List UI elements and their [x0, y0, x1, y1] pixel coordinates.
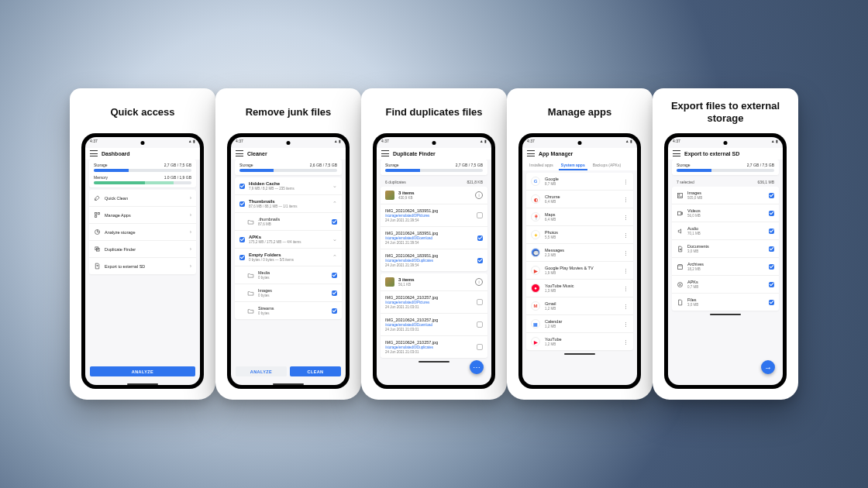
export-row[interactable]: Archives18,2 MB [672, 258, 779, 276]
dup-group-header[interactable]: 3 items430,9 KBi [381, 187, 487, 204]
dup-file[interactable]: IMG_20210624_210257.jpg/storage/emulated… [381, 291, 487, 314]
checkbox-icon[interactable] [769, 282, 774, 287]
app-row[interactable]: ✦Photos5,5 MB⋯ [526, 226, 633, 244]
tab-system[interactable]: System apps [559, 161, 587, 170]
group-thumbnails[interactable]: Thumbnails87,6 MB / 88,1 MB — 1/1 items⌃ [235, 195, 342, 213]
clean-button[interactable]: CLEAN [290, 366, 341, 376]
checkbox-icon[interactable] [769, 229, 774, 234]
dup-group-header[interactable]: 3 items56,1 KBi [381, 273, 487, 291]
group-empty-folders[interactable]: Empty Folders0 bytes / 0 bytes — 5/5 ite… [235, 249, 342, 266]
checkbox-icon[interactable] [332, 273, 337, 278]
checkbox-icon[interactable] [239, 201, 245, 207]
more-icon[interactable]: ⋯ [622, 304, 629, 309]
checkbox-icon[interactable] [769, 193, 774, 198]
phone-screen: 4:37▲ ▮ Export to external SD Storage2,7… [668, 137, 783, 385]
more-icon[interactable]: ⋯ [622, 215, 629, 220]
export-row[interactable]: Images505,0 MB [672, 187, 779, 204]
fab-button[interactable]: → [761, 360, 775, 374]
app-row[interactable]: 📍Maps6,4 MB⋯ [526, 208, 633, 226]
checkbox-icon[interactable] [239, 184, 245, 189]
checkbox-icon[interactable] [769, 300, 774, 305]
checkbox-icon[interactable] [477, 344, 483, 350]
analyze-button[interactable]: ANALYZE [90, 366, 195, 376]
item-thumbnails-child[interactable]: .thumbnails87,6 MB [235, 213, 342, 231]
analyze-button[interactable]: ANALYZE [236, 366, 287, 376]
app-row[interactable]: ▶YouTube1,2 MB⋯ [526, 333, 633, 350]
group-hidden-cache[interactable]: Hidden Cache7,9 MB / 8,2 MB — 235 items⌄ [235, 177, 342, 195]
checkbox-icon[interactable] [477, 212, 483, 218]
category-name: APKs [687, 280, 765, 284]
dup-file[interactable]: IMG_20210624_210257.jpg/storage/emulated… [381, 336, 487, 358]
app-row[interactable]: GGoogle8,7 MB⋯ [526, 173, 633, 191]
tab-backups[interactable]: Backups (APKs) [591, 161, 623, 170]
checkbox-icon[interactable] [332, 290, 337, 296]
dup-group-1: 3 items430,9 KBi IMG_20210624_183951.jpg… [381, 187, 487, 271]
app-row[interactable]: ◐Chrome6,4 MB⋯ [526, 191, 633, 208]
dup-file[interactable]: IMG_20210624_183951.jpg/storage/emulated… [381, 249, 487, 271]
item-duplicate-finder[interactable]: Duplicate Finder› [89, 241, 196, 258]
hamburger-icon[interactable] [673, 150, 680, 156]
item-analyze-storage[interactable]: Analyze storage› [89, 224, 196, 241]
checkbox-icon[interactable] [332, 308, 337, 314]
checkbox-icon[interactable] [477, 321, 483, 328]
item-export-sd[interactable]: Export to external SD› [89, 258, 196, 274]
thumbnail-icon [385, 277, 394, 287]
item-manage-apps[interactable]: Manage Apps› [89, 207, 196, 224]
app-row[interactable]: ▶Google Play Movies & TV1,9 MB⋯ [526, 262, 633, 280]
storage-card: Storage2,7 GB / 7,5 GB [381, 160, 487, 175]
checkbox-icon[interactable] [477, 235, 483, 241]
item-quick-clean[interactable]: Quick Clean› [89, 190, 196, 207]
tab-installed[interactable]: Installed apps [527, 161, 556, 170]
more-icon[interactable]: ⋯ [622, 232, 629, 238]
export-row[interactable]: Audio70,1 MB [672, 222, 779, 240]
item-media[interactable]: Media0 bytes [235, 266, 342, 284]
chevron-down-icon[interactable]: ⌄ [332, 183, 337, 189]
dup-file[interactable]: IMG_20210624_183951.jpg/storage/emulated… [381, 227, 487, 249]
info-icon[interactable]: i [475, 191, 483, 199]
chevron-down-icon[interactable]: ⌄ [332, 236, 337, 242]
hamburger-icon[interactable] [381, 150, 389, 156]
checkbox-icon[interactable] [769, 264, 774, 270]
checkbox-icon[interactable] [332, 219, 337, 225]
chevron-up-icon[interactable]: ⌃ [332, 254, 337, 260]
app-row[interactable]: ▦Calendar1,2 MB⋯ [526, 315, 633, 333]
more-icon[interactable]: ⋯ [622, 179, 629, 184]
chevron-up-icon[interactable]: ⌃ [332, 201, 337, 207]
more-icon[interactable]: ⋯ [622, 250, 629, 256]
item-streams[interactable]: Streams0 bytes [235, 302, 342, 319]
more-icon[interactable]: ⋯ [622, 286, 629, 291]
checkbox-icon[interactable] [477, 299, 483, 305]
hamburger-icon[interactable] [90, 150, 98, 156]
export-row[interactable]: Documents3,0 MB [672, 240, 779, 258]
dup-file[interactable]: IMG_20210624_210257.jpg/storage/emulated… [381, 314, 487, 336]
category-size: 505,0 MB [687, 196, 765, 200]
hamburger-icon[interactable] [236, 150, 243, 156]
group-apks[interactable]: APKs175,2 MB / 175,2 MB — 4/4 items⌄ [235, 231, 342, 249]
app-size: 8,7 MB [545, 182, 618, 186]
app-icon: G [531, 177, 540, 186]
app-size: 1,2 MB [545, 307, 618, 311]
app-row[interactable]: 💬Messages2,3 MB⋯ [526, 244, 633, 262]
checkbox-icon[interactable] [769, 246, 774, 252]
card-export-sd: Export files to external storage 4:37▲ ▮… [653, 88, 798, 400]
dup-file[interactable]: IMG_20210624_183951.jpg/storage/emulated… [381, 204, 487, 227]
item-images[interactable]: Images0 bytes [235, 284, 342, 302]
more-icon[interactable]: ⋯ [622, 268, 629, 273]
app-row[interactable]: MGmail1,2 MB⋯ [526, 297, 633, 315]
file-icon [677, 299, 684, 306]
export-row[interactable]: APKs0,7 MB [672, 276, 779, 294]
more-icon[interactable]: ⋯ [622, 339, 629, 345]
hamburger-icon[interactable] [527, 150, 535, 156]
checkbox-icon[interactable] [239, 237, 245, 242]
fab-button[interactable]: ⋯ [470, 360, 484, 374]
checkbox-icon[interactable] [239, 255, 245, 260]
export-row[interactable]: Files3,0 MB [672, 294, 779, 311]
more-icon[interactable]: ⋯ [622, 197, 629, 202]
more-icon[interactable]: ⋯ [622, 321, 629, 327]
export-row[interactable]: Videos56,0 MB [672, 204, 779, 222]
checkbox-icon[interactable] [769, 211, 774, 216]
info-icon[interactable]: i [475, 278, 483, 286]
checkbox-icon[interactable] [477, 258, 483, 263]
app-row[interactable]: ●YouTube Music1,3 MB⋯ [526, 280, 633, 297]
storage-bar [94, 169, 129, 172]
